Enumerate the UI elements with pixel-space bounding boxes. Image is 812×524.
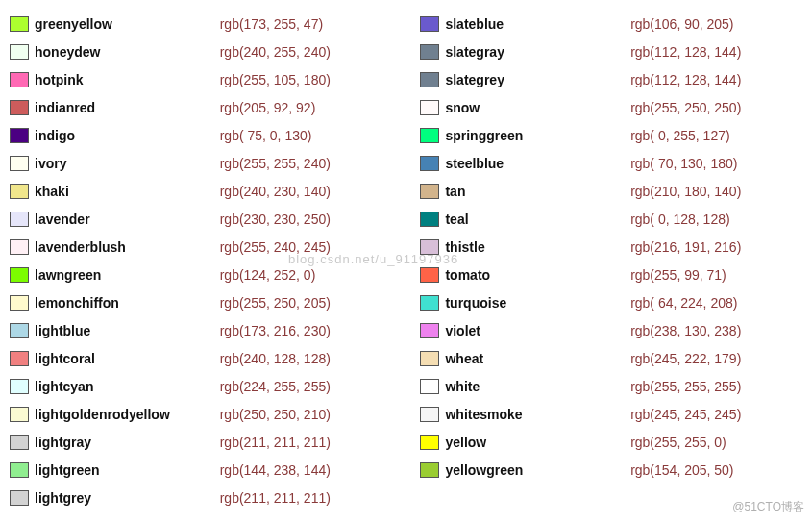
color-rgb-row: rgb(230, 230, 250) <box>220 205 411 233</box>
color-name: khaki <box>35 184 69 199</box>
color-rgb-row: rgb(255, 255, 0) <box>630 428 802 456</box>
color-rgb-row: rgb(238, 130, 238) <box>630 316 802 344</box>
color-name: thistle <box>445 239 484 255</box>
color-rgb-row: rgb(112, 128, 144) <box>630 65 802 93</box>
color-rgb-row: rgb(255, 250, 205) <box>220 288 411 316</box>
color-rgb-row: rgb( 0, 128, 128) <box>630 205 802 233</box>
color-rgb: rgb(154, 205, 50) <box>630 462 733 478</box>
color-swatch <box>420 156 439 171</box>
color-name: lawngreen <box>35 267 101 283</box>
color-swatch <box>420 72 439 87</box>
color-swatch <box>420 323 439 338</box>
color-name: ivory <box>35 156 66 171</box>
color-rgb-row: rgb(255, 99, 71) <box>630 261 802 288</box>
color-rgb-row: rgb(144, 238, 144) <box>220 456 411 484</box>
color-swatch <box>10 16 29 32</box>
color-name: yellowgreen <box>445 462 523 478</box>
color-rgb: rgb(255, 240, 245) <box>220 239 331 255</box>
color-swatch <box>420 462 439 478</box>
color-swatch <box>420 184 439 199</box>
color-rgb-row: rgb( 64, 224, 208) <box>630 288 802 316</box>
color-swatch <box>10 184 29 199</box>
color-rgb: rgb(230, 230, 250) <box>220 212 331 227</box>
color-swatch <box>420 100 439 115</box>
color-rgb-row: rgb(255, 255, 255) <box>630 372 802 400</box>
color-row: lightgoldenrodyellow <box>10 400 210 428</box>
right-names-column: slateblueslategrayslategreysnowspringgre… <box>420 10 621 512</box>
color-row: lightcyan <box>10 372 210 400</box>
color-name: steelblue <box>445 156 504 171</box>
color-row: lemonchiffon <box>10 288 210 316</box>
color-rgb: rgb(173, 216, 230) <box>220 323 331 338</box>
color-row: lightgray <box>10 428 210 456</box>
color-rgb-row: rgb(173, 216, 230) <box>220 316 411 344</box>
color-rgb-row: rgb(240, 255, 240) <box>220 37 411 65</box>
color-name: indianred <box>35 100 95 115</box>
color-rgb: rgb(210, 180, 140) <box>630 184 741 199</box>
color-row: hotpink <box>10 65 210 93</box>
color-rgb: rgb(224, 255, 255) <box>220 379 331 394</box>
color-rgb: rgb(255, 255, 0) <box>630 435 726 450</box>
left-names-column: greenyellowhoneydewhotpinkindianredindig… <box>10 10 210 512</box>
color-rgb-row: rgb(211, 211, 211) <box>220 484 411 512</box>
color-rgb: rgb(245, 222, 179) <box>630 351 741 366</box>
color-name: violet <box>445 323 480 338</box>
color-row: steelblue <box>420 149 621 177</box>
color-name: lemonchiffon <box>35 295 119 311</box>
color-name: slategrey <box>445 72 504 87</box>
color-rgb: rgb(144, 238, 144) <box>220 462 331 478</box>
color-name: lightcoral <box>35 351 95 366</box>
color-swatch <box>420 379 439 394</box>
color-name: indigo <box>35 128 75 143</box>
color-name: teal <box>445 212 468 227</box>
color-rgb: rgb(216, 191, 216) <box>630 239 741 255</box>
color-rgb-row: rgb(106, 90, 205) <box>630 10 802 37</box>
color-row: slateblue <box>420 10 621 37</box>
left-rgb-column: rgb(173, 255, 47)rgb(240, 255, 240)rgb(2… <box>220 10 411 512</box>
color-rgb: rgb(250, 250, 210) <box>220 407 331 422</box>
color-swatch <box>10 239 29 255</box>
color-name: lavender <box>35 212 90 227</box>
color-rgb-row: rgb(205, 92, 92) <box>220 93 411 121</box>
color-row: indigo <box>10 121 210 149</box>
color-swatch <box>10 379 29 394</box>
color-name: turquoise <box>445 295 506 311</box>
color-rgb: rgb(106, 90, 205) <box>630 16 733 32</box>
color-rgb-row: rgb( 70, 130, 180) <box>630 149 802 177</box>
color-row: ivory <box>10 149 210 177</box>
color-rgb-row: rgb(112, 128, 144) <box>630 37 802 65</box>
color-swatch <box>10 212 29 227</box>
color-swatch <box>420 239 439 255</box>
color-rgb: rgb(124, 252, 0) <box>220 267 316 283</box>
color-swatch <box>420 128 439 143</box>
color-rgb-row: rgb(210, 180, 140) <box>630 177 802 205</box>
color-row: lawngreen <box>10 261 210 288</box>
color-swatch <box>10 295 29 311</box>
color-name: honeydew <box>35 44 100 60</box>
color-table: greenyellowhoneydewhotpinkindianredindig… <box>10 10 802 512</box>
color-rgb: rgb(255, 250, 205) <box>220 295 331 311</box>
color-name: slategray <box>445 44 504 60</box>
color-swatch <box>10 435 29 450</box>
color-rgb-row: rgb(240, 230, 140) <box>220 177 411 205</box>
color-rgb: rgb( 0, 128, 128) <box>630 212 730 227</box>
color-swatch <box>10 128 29 143</box>
color-rgb: rgb(211, 211, 211) <box>220 435 331 450</box>
color-name: snow <box>445 100 480 115</box>
color-rgb-row: rgb(255, 105, 180) <box>220 65 411 93</box>
color-row: indianred <box>10 93 210 121</box>
color-rgb: rgb( 75, 0, 130) <box>220 128 312 143</box>
color-rgb-row: rgb(245, 245, 245) <box>630 400 802 428</box>
color-name: lightblue <box>35 323 90 338</box>
color-row: lavenderblush <box>10 233 210 261</box>
color-name: lightgreen <box>35 462 100 478</box>
color-name: slateblue <box>445 16 504 32</box>
color-rgb-row: rgb(224, 255, 255) <box>220 372 411 400</box>
color-swatch <box>10 351 29 366</box>
color-name: lightgoldenrodyellow <box>35 407 170 422</box>
color-swatch <box>10 267 29 283</box>
color-name: lavenderblush <box>35 239 126 255</box>
color-row: lightblue <box>10 316 210 344</box>
color-rgb-row: rgb(240, 128, 128) <box>220 344 411 372</box>
color-swatch <box>10 462 29 478</box>
